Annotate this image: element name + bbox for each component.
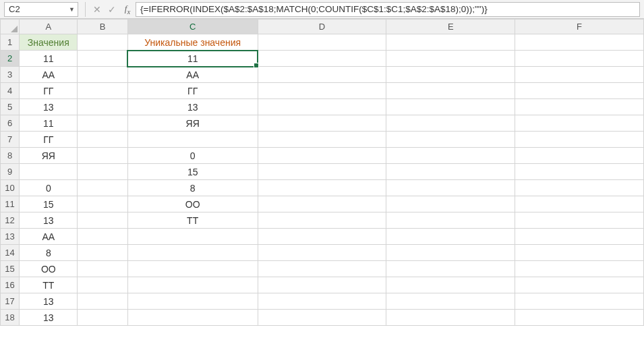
cell[interactable]: ОО xyxy=(127,196,258,212)
cell[interactable] xyxy=(258,34,386,51)
cell[interactable] xyxy=(386,115,515,132)
cell[interactable] xyxy=(515,51,644,67)
cell[interactable] xyxy=(386,67,515,83)
cell[interactable] xyxy=(258,196,386,212)
cell[interactable] xyxy=(78,229,127,245)
cell[interactable] xyxy=(515,277,644,293)
col-header-F[interactable]: F xyxy=(515,20,644,34)
name-box[interactable]: C2 ▼ xyxy=(4,2,78,17)
cell[interactable] xyxy=(258,180,386,196)
cell[interactable] xyxy=(386,196,515,212)
row-header[interactable]: 8 xyxy=(1,148,20,164)
row-header[interactable]: 1 xyxy=(1,34,20,51)
cell[interactable] xyxy=(386,132,515,148)
cell[interactable] xyxy=(258,83,386,99)
cell[interactable]: 15 xyxy=(20,196,78,212)
cell[interactable]: ЯЯ xyxy=(20,148,78,164)
cell[interactable] xyxy=(258,99,386,115)
cell[interactable] xyxy=(127,277,258,293)
cell[interactable] xyxy=(78,196,127,212)
col-header-B[interactable]: B xyxy=(78,20,127,34)
cell[interactable]: Значения xyxy=(20,34,78,51)
cell[interactable]: 0 xyxy=(20,180,78,196)
cell[interactable]: ГГ xyxy=(20,83,78,99)
cell[interactable] xyxy=(386,261,515,277)
row-header[interactable]: 18 xyxy=(1,310,20,326)
row-header[interactable]: 14 xyxy=(1,245,20,261)
cell[interactable] xyxy=(258,310,386,326)
cell[interactable] xyxy=(127,245,258,261)
row-header[interactable]: 9 xyxy=(1,164,20,180)
row-header[interactable]: 6 xyxy=(1,115,20,132)
cell[interactable] xyxy=(515,180,644,196)
row-header[interactable]: 15 xyxy=(1,261,20,277)
row-header[interactable]: 11 xyxy=(1,196,20,212)
cell[interactable] xyxy=(258,293,386,310)
cell[interactable] xyxy=(78,51,127,67)
cell[interactable]: ЯЯ xyxy=(127,115,258,132)
cell[interactable] xyxy=(515,148,644,164)
cell[interactable]: ТТ xyxy=(127,212,258,229)
cell[interactable] xyxy=(78,67,127,83)
cell[interactable] xyxy=(78,132,127,148)
cell[interactable] xyxy=(127,310,258,326)
cell[interactable] xyxy=(386,245,515,261)
cell[interactable] xyxy=(515,212,644,229)
cell[interactable] xyxy=(258,229,386,245)
cell[interactable]: ОО xyxy=(20,261,78,277)
cell[interactable]: 8 xyxy=(127,180,258,196)
cell[interactable] xyxy=(515,164,644,180)
cell[interactable] xyxy=(386,164,515,180)
row-header[interactable]: 12 xyxy=(1,212,20,229)
cell[interactable]: ГГ xyxy=(127,83,258,99)
cell[interactable] xyxy=(386,99,515,115)
cell[interactable] xyxy=(78,212,127,229)
cell[interactable] xyxy=(515,67,644,83)
cell[interactable] xyxy=(258,67,386,83)
cancel-icon[interactable]: ✕ xyxy=(90,4,105,15)
cell[interactable] xyxy=(386,34,515,51)
cell[interactable] xyxy=(127,229,258,245)
cell[interactable] xyxy=(127,293,258,310)
cell[interactable] xyxy=(515,34,644,51)
cell[interactable] xyxy=(20,164,78,180)
cell[interactable] xyxy=(78,310,127,326)
cell[interactable]: 13 xyxy=(127,99,258,115)
cell[interactable] xyxy=(78,164,127,180)
cell[interactable] xyxy=(127,261,258,277)
cell[interactable] xyxy=(78,180,127,196)
cell[interactable] xyxy=(258,212,386,229)
cell[interactable] xyxy=(386,229,515,245)
cell[interactable] xyxy=(386,277,515,293)
cell[interactable]: 13 xyxy=(20,212,78,229)
cell[interactable] xyxy=(386,212,515,229)
col-header-E[interactable]: E xyxy=(386,20,515,34)
cell[interactable] xyxy=(78,115,127,132)
row-header[interactable]: 3 xyxy=(1,67,20,83)
col-header-D[interactable]: D xyxy=(258,20,386,34)
cell[interactable] xyxy=(78,277,127,293)
cell[interactable]: 13 xyxy=(20,99,78,115)
row-header[interactable]: 7 xyxy=(1,132,20,148)
cell[interactable] xyxy=(258,148,386,164)
row-header[interactable]: 17 xyxy=(1,293,20,310)
cell[interactable] xyxy=(515,310,644,326)
cell[interactable]: АА xyxy=(20,67,78,83)
cell[interactable] xyxy=(258,132,386,148)
cell[interactable] xyxy=(386,148,515,164)
cell[interactable] xyxy=(515,245,644,261)
cell[interactable] xyxy=(515,132,644,148)
cell[interactable]: 11 xyxy=(20,51,78,67)
cell[interactable] xyxy=(78,261,127,277)
cell[interactable]: Уникальные значения xyxy=(127,34,258,51)
col-header-A[interactable]: A xyxy=(20,20,78,34)
cell[interactable] xyxy=(78,34,127,51)
select-all-corner[interactable] xyxy=(1,20,20,34)
cell[interactable] xyxy=(78,83,127,99)
cell[interactable] xyxy=(258,277,386,293)
cell[interactable] xyxy=(78,245,127,261)
cell[interactable] xyxy=(78,148,127,164)
cell[interactable] xyxy=(515,196,644,212)
confirm-icon[interactable]: ✓ xyxy=(105,4,119,15)
row-header[interactable]: 16 xyxy=(1,277,20,293)
